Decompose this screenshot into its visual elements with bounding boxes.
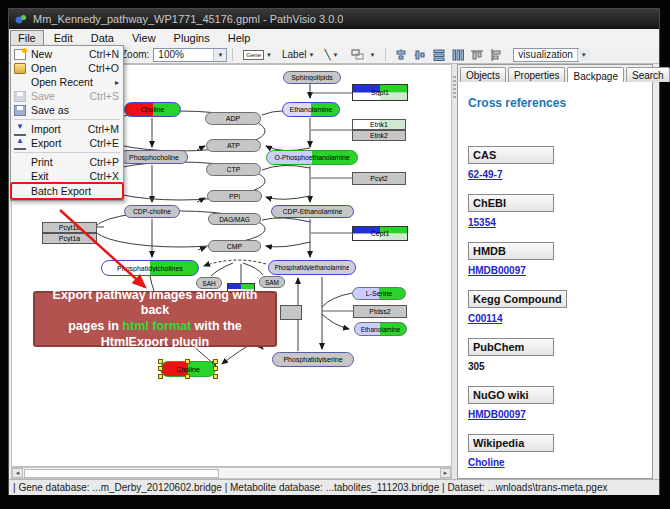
menu-data[interactable]: Data: [83, 30, 122, 46]
selection-handle[interactable]: [185, 359, 190, 364]
tab-properties[interactable]: Properties: [508, 67, 566, 82]
window-title: Mm_Kennedy_pathway_WP1771_45176.gpml - P…: [33, 13, 343, 25]
dropdown-caret-icon: ▼: [266, 52, 272, 58]
node-ctp[interactable]: CTP: [206, 163, 261, 176]
selection-handle[interactable]: [158, 374, 163, 379]
node-phosphatidylethanolamine[interactable]: Phosphatidylethanolamine: [268, 260, 356, 275]
align-top-button[interactable]: [470, 48, 483, 61]
menu-item-label: Open Recent: [31, 76, 115, 88]
align-left-button[interactable]: [489, 48, 502, 61]
file-menu-item-exit[interactable]: ExitCtrl+X: [11, 169, 123, 183]
align-center-x-button[interactable]: [394, 48, 407, 61]
menu-view[interactable]: View: [124, 30, 164, 46]
align-center-y-button[interactable]: [413, 48, 426, 61]
node-atp[interactable]: ATP: [206, 139, 261, 152]
file-menu-item-save[interactable]: SaveCtrl+S: [11, 89, 123, 103]
xref-link[interactable]: Choline: [468, 457, 505, 468]
node-cmp[interactable]: CMP: [208, 240, 261, 252]
node-phosphatidylcholines[interactable]: Phosphatidylcholines: [101, 260, 199, 276]
node-label: Cept1: [371, 230, 390, 237]
menu-icon-spacer: [14, 77, 26, 88]
node-label: O-Phosphoethanolamine: [274, 154, 349, 161]
status-text: | Gene database: ...m_Derby_20120602.bri…: [13, 482, 607, 493]
xref-link[interactable]: C00114: [468, 313, 502, 324]
screenshot-stage: Mm_Kennedy_pathway_WP1771_45176.gpml - P…: [0, 0, 670, 509]
shape-tool-button[interactable]: ▼: [344, 46, 379, 63]
selection-handle[interactable]: [185, 374, 190, 379]
menu-edit[interactable]: Edit: [46, 30, 81, 46]
selection-handle[interactable]: [213, 359, 218, 364]
tab-objects[interactable]: Objects: [460, 67, 506, 82]
node-label: CTP: [227, 166, 241, 173]
selection-handle[interactable]: [158, 366, 163, 371]
node-sam[interactable]: SAM: [259, 276, 285, 288]
file-menu-item-export[interactable]: ExportCtrl+E: [11, 136, 123, 150]
node-pemt[interactable]: [227, 283, 255, 295]
xref-link[interactable]: 62-49-7: [468, 169, 502, 180]
node-sphingolipids[interactable]: Sphingolipids: [283, 71, 341, 84]
menu-file[interactable]: File: [10, 30, 44, 46]
zoom-label: Zoom:: [121, 49, 149, 60]
menu-item-shortcut: Ctrl+O: [88, 62, 119, 74]
node-pcyt2[interactable]: Pcyt2: [352, 172, 406, 185]
node-label: Ptdss2: [369, 308, 390, 315]
xref-value: 15354: [468, 217, 642, 228]
selection-handle[interactable]: [213, 366, 218, 371]
scrollbar-thumb[interactable]: [24, 469, 219, 478]
file-menu-item-save-as[interactable]: Save as: [11, 103, 123, 117]
node-pcyt1b[interactable]: Pcyt1b: [42, 222, 97, 233]
node-phosphatidylserine[interactable]: Phosphatidylserine: [272, 352, 354, 367]
menu-separator: [14, 119, 120, 120]
file-menu-item-new[interactable]: NewCtrl+N: [11, 47, 123, 61]
node-cdp-choline[interactable]: CDP-choline: [124, 205, 180, 218]
file-menu-item-import[interactable]: ImportCtrl+M: [11, 122, 123, 136]
scroll-right-button[interactable]: ►: [440, 468, 451, 478]
file-menu-item-open[interactable]: OpenCtrl+O: [11, 61, 123, 75]
visualization-combobox[interactable]: visualization ▼: [513, 48, 579, 62]
line-tool-button[interactable]: ╲ ▼: [320, 47, 342, 62]
selection-handle[interactable]: [213, 374, 218, 379]
node-ethanolamine-top[interactable]: Ethanolamine: [282, 102, 340, 117]
menu-item-label: Print: [31, 156, 84, 168]
node-choline-selected[interactable]: Choline: [160, 361, 216, 377]
file-menu-item-batch-export[interactable]: Batch Export: [11, 183, 123, 199]
add-label-button[interactable]: Label ▼: [278, 47, 318, 62]
menu-plugins[interactable]: Plugins: [166, 30, 218, 46]
node-ethanolamine-bottom[interactable]: Ethanolamine: [354, 322, 407, 336]
node-sah[interactable]: SAH: [196, 277, 222, 289]
node-o-phosphoethanolamine[interactable]: O-Phosphoethanolamine: [266, 150, 358, 165]
node-sgpl1[interactable]: Sgpl1: [352, 84, 408, 101]
node-ppi[interactable]: PPi: [207, 190, 262, 202]
scroll-left-button[interactable]: ◄: [12, 468, 23, 478]
node-etnk1[interactable]: Etnk1: [352, 119, 406, 130]
xref-link[interactable]: HMDB00097: [468, 409, 526, 420]
add-datanode-button[interactable]: Gene ▼: [239, 48, 276, 62]
tab-search[interactable]: Search: [626, 67, 670, 82]
save-as-icon: [14, 105, 26, 116]
node-choline-top[interactable]: Choline: [124, 102, 181, 117]
file-menu-item-open-recent[interactable]: Open Recent▸: [11, 75, 123, 89]
node-gene-box-hidden[interactable]: [280, 305, 302, 320]
node-pcyt1a[interactable]: Pcyt1a: [42, 233, 97, 244]
zoom-combobox[interactable]: 100% ▼: [153, 48, 227, 62]
selection-handle[interactable]: [158, 359, 163, 364]
file-menu-item-print[interactable]: PrintCtrl+P: [11, 155, 123, 169]
node-cdp-ethanolamine[interactable]: CDP-Ethanolamine: [271, 205, 354, 218]
node-label: Sphingolipids: [291, 74, 333, 81]
distribute-vertical-button[interactable]: [432, 48, 445, 61]
node-adp[interactable]: ADP: [205, 112, 261, 125]
menu-help[interactable]: Help: [220, 30, 259, 46]
xref-link[interactable]: HMDB00097: [468, 265, 526, 276]
node-cept1[interactable]: Cept1: [352, 226, 408, 241]
xref-link[interactable]: 15354: [468, 217, 496, 228]
node-l-serine[interactable]: L-Serine: [352, 287, 406, 300]
node-phosphocholine[interactable]: Phosphocholine: [120, 150, 188, 164]
node-etnk2[interactable]: Etnk2: [352, 130, 406, 141]
node-ptdss2[interactable]: Ptdss2: [353, 305, 407, 318]
node-label: Pcyt1b: [59, 224, 80, 231]
horizontal-scrollbar[interactable]: ◄ ►: [11, 467, 452, 479]
node-label: Phosphatidylcholines: [117, 265, 183, 272]
tab-backpage[interactable]: Backpage: [567, 67, 623, 83]
node-dag[interactable]: DAG/MAG: [208, 213, 261, 225]
distribute-horizontal-button[interactable]: [451, 48, 464, 61]
